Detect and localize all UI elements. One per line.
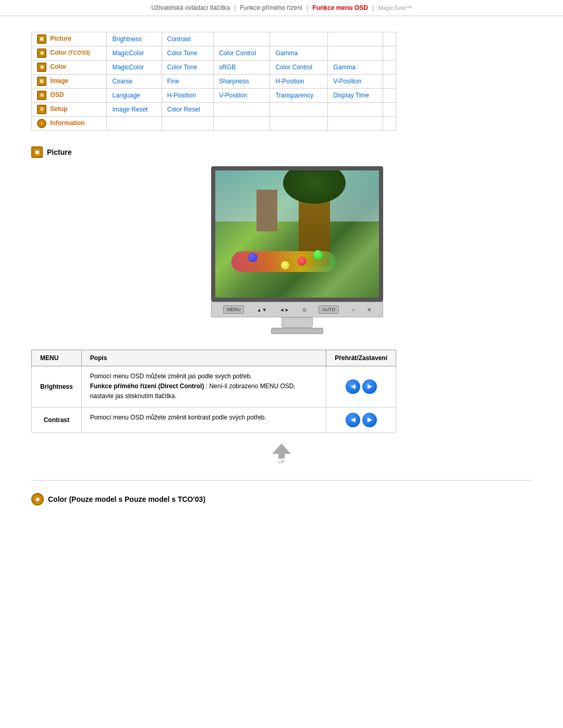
color-section-label: Color (Pouze model s Pouze model s TCO'0… [48,495,205,503]
monitor-frame [211,166,383,302]
brightness-desc: Pomocí menu OSD můžete změnit jas podle … [81,366,326,408]
nav-row-setup: ⊟ Setup Image Reset Color Reset [32,103,396,117]
setup-icon: ⊟ [37,105,46,114]
up-arrow-section[interactable]: UP [31,443,532,464]
nav-cell-sharpness[interactable]: Sharpness [214,75,270,89]
info-table: MENU Popis Přehrát/Zastavení Brightness … [31,350,396,433]
nav-cell-contrast[interactable]: Contrast [162,32,214,46]
monitor-stand [282,317,313,328]
color-section-icon: ◉ [31,493,44,505]
monitor-adjust-icon: ◄► [279,307,290,313]
garden-ball-red [297,256,307,266]
monitor-menu-btn[interactable]: MENU [223,305,244,314]
nav-label-information[interactable]: i Information [32,117,107,131]
nav-cell-colortone-1[interactable]: Color Tone [162,46,214,60]
nav-row-image: ▤ Image Coarse Fine Sharpness H-Position… [32,75,396,89]
picture-icon: ▣ [37,34,46,44]
picture-section-icon: ▣ [31,146,43,158]
brightness-buttons: ◀ ▶ [326,366,396,408]
nav-cell-vposition-1[interactable]: V-Position [328,75,383,89]
nav-label-color[interactable]: ◉ Color [32,60,107,75]
monitor-base [271,328,323,334]
nav-cell-colorreset[interactable]: Color Reset [162,103,214,117]
monitor-extra-icon: ✕ [367,307,371,313]
bottom-heading: ◉ Color (Pouze model s Pouze model s TCO… [31,493,532,505]
nav-label-color-tco[interactable]: ◉ Color (TCO'03) [32,46,107,60]
info-icon: i [37,119,46,128]
nav-row-information: i Information [32,117,396,131]
picture-heading-label: Picture [47,148,71,156]
nav-row-color: ◉ Color MagicColor Color Tone sRGB Color… [32,60,396,75]
nav-cell-magiccolor-1[interactable]: MagicColor [107,46,162,60]
nav-row-picture: ▣ Picture Brightness Contrast [32,32,396,46]
contrast-desc: Pomocí menu OSD můžete změnit kontrast p… [81,407,326,433]
nav-label-osd[interactable]: ⊞ OSD [32,89,107,103]
info-row-brightness: Brightness Pomocí menu OSD můžete změnit… [32,366,396,408]
nav-separator-1: | [234,4,236,11]
info-header-menu: MENU [32,350,82,366]
contrast-btn-right[interactable]: ▶ [362,413,377,427]
nav-label-setup[interactable]: ⊟ Setup [32,103,107,117]
main-content: ▣ Picture Brightness Contrast ◉ Color (T… [0,16,563,521]
nav-cell-language[interactable]: Language [107,89,162,103]
monitor-power-icon: ○ [351,307,354,313]
nav-cell-hposition-1[interactable]: H-Position [270,75,328,89]
top-navigation: Uživatelská ovládací tlačítka | Funkce p… [0,0,563,16]
info-header-prehrat: Přehrát/Zastavení [326,350,396,366]
nav-cell-hposition-2[interactable]: H-Position [162,89,214,103]
monitor-nav-icon: ▲▼ [256,307,267,313]
nav-cell-srgb[interactable]: sRGB [214,60,270,75]
up-arrow-stem [278,454,285,459]
brightness-label: Brightness [32,366,82,408]
nav-item-1[interactable]: Uživatelská ovládací tlačítka [151,4,230,11]
nav-separator-3: | [372,4,374,11]
monitor-container: MENU ▲▼ ◄► ⊙ AUTO ○ ✕ [63,166,532,334]
garden-pagoda [256,190,277,231]
color-tco-icon: ◉ [37,48,46,58]
info-header-popis: Popis [81,350,326,366]
nav-cell-displaytime[interactable]: Display Time [328,89,383,103]
nav-row-osd: ⊞ OSD Language H-Position V-Position Tra… [32,89,396,103]
image-icon: ▤ [37,77,46,86]
section-divider [31,480,532,480]
info-row-contrast: Contrast Pomocí menu OSD můžete změnit k… [32,407,396,433]
nav-item-2[interactable]: Funkce přímého řízení [240,4,302,11]
nav-cell-gamma-1[interactable]: Gamma [270,46,328,60]
nav-cell-imagereset[interactable]: Image Reset [107,103,162,117]
monitor-auto-btn[interactable]: AUTO [319,305,339,314]
nav-row-color-tco: ◉ Color (TCO'03) MagicColor Color Tone C… [32,46,396,60]
garden-ball-blue [248,253,258,262]
monitor-ok-icon: ⊙ [302,307,307,313]
nav-cell-gamma-2[interactable]: Gamma [328,60,383,75]
brightness-btn-right[interactable]: ▶ [362,379,377,394]
nav-cell-colortone-2[interactable]: Color Tone [162,60,214,75]
nav-cell-fine[interactable]: Fine [162,75,214,89]
up-arrow-shape [272,443,291,454]
monitor-control-bar: MENU ▲▼ ◄► ⊙ AUTO ○ ✕ [211,302,383,317]
garden-ball-yellow [281,261,289,269]
nav-separator-2: | [307,4,308,11]
up-arrow-text: UP [278,459,285,464]
nav-cell-magiccolor-2[interactable]: MagicColor [107,60,162,75]
nav-brand: MagicTune™ [378,5,412,11]
nav-cell-coarse[interactable]: Coarse [107,75,162,89]
bottom-section: ◉ Color (Pouze model s Pouze model s TCO… [31,493,532,505]
nav-cell-colorcontrol-2[interactable]: Color Control [270,60,328,75]
nav-cell-brightness[interactable]: Brightness [107,32,162,46]
contrast-label: Contrast [32,407,82,433]
color-icon: ◉ [37,63,46,72]
nav-cell-vposition-2[interactable]: V-Position [214,89,270,103]
contrast-buttons: ◀ ▶ [326,407,396,433]
nav-cell-transparency[interactable]: Transparency [270,89,328,103]
osd-icon: ⊞ [37,91,46,100]
picture-section-heading: ▣ Picture [31,146,532,158]
monitor-screen [215,170,379,298]
contrast-btn-left[interactable]: ◀ [346,413,360,427]
nav-item-3-active[interactable]: Funkce menu OSD [312,4,368,11]
brightness-btn-left[interactable]: ◀ [346,379,360,394]
navigation-table: ▣ Picture Brightness Contrast ◉ Color (T… [31,32,396,131]
nav-label-image[interactable]: ▤ Image [32,75,107,89]
nav-cell-colorcontrol-1[interactable]: Color Control [214,46,270,60]
nav-label-picture[interactable]: ▣ Picture [32,32,107,46]
up-arrow-image: UP [268,443,295,464]
